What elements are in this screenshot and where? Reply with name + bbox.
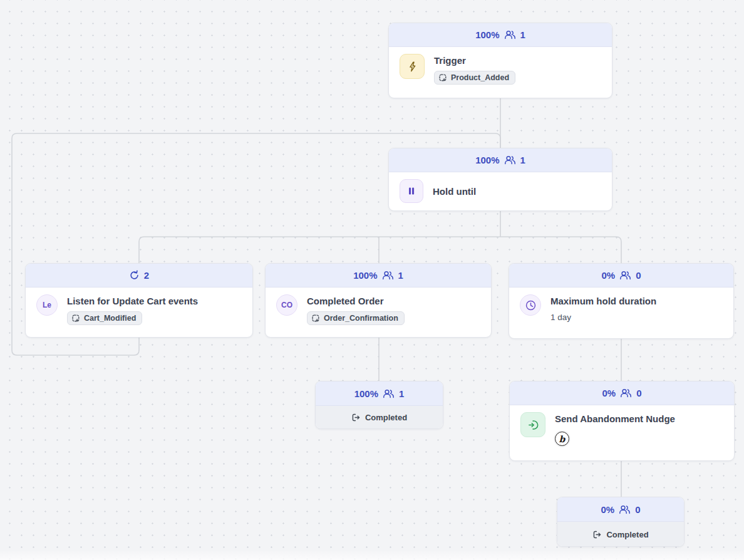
users-icon [504, 155, 516, 165]
exit-icon [592, 530, 602, 539]
stats-percentage: 0% [601, 270, 615, 281]
node-exit-completed-bottom[interactable]: 0% 0 Completed [557, 497, 685, 547]
node-completed-order[interactable]: 100% 1 CO Completed Order Order_Confirma… [265, 263, 492, 338]
node-stats-bar: 0% 0 [557, 497, 684, 522]
event-badge: Cart_Modified [67, 311, 142, 325]
channel-braze-icon: b [555, 432, 569, 446]
node-trigger[interactable]: 100% 1 Trigger Product_Added [388, 23, 612, 98]
stats-percentage: 0% [602, 388, 616, 398]
loop-icon [129, 270, 140, 281]
users-icon [504, 30, 516, 39]
node-send-abandonment-nudge[interactable]: 0% 0 Send Abandonment Nudge b [509, 381, 735, 461]
enter-arrow-icon [520, 412, 545, 437]
loop-count: 2 [144, 270, 149, 281]
flow-canvas[interactable]: 100% 1 Trigger Product_Added 100% 1 [0, 0, 744, 560]
users-icon [619, 271, 631, 280]
node-title: Maximum hold duration [550, 295, 656, 307]
clock-icon [520, 294, 541, 316]
stats-count: 1 [398, 270, 403, 281]
users-icon [620, 388, 632, 398]
stats-percentage: 100% [475, 29, 499, 40]
dashed-frame-icon [439, 74, 447, 82]
stats-count: 1 [520, 155, 525, 165]
users-icon [619, 505, 631, 514]
exit-icon [351, 413, 361, 422]
node-max-hold-duration[interactable]: 0% 0 Maximum hold duration 1 day [509, 263, 734, 339]
node-title: Listen for Update Cart events [67, 295, 198, 307]
stats-count: 1 [520, 29, 525, 40]
stats-count: 0 [636, 270, 641, 281]
channel-letter: b [559, 435, 566, 443]
avatar-initials: Le [36, 294, 58, 316]
node-title: Send Abandonment Nudge [555, 413, 675, 425]
dashed-frame-icon [312, 314, 320, 323]
stats-count: 0 [635, 504, 640, 515]
avatar-text: Le [43, 301, 51, 309]
node-stats-bar: 0% 0 [510, 381, 734, 405]
stats-percentage: 100% [353, 270, 377, 281]
node-stats-bar: 100% 1 [389, 23, 612, 47]
node-listen-cart-events[interactable]: 2 Le Listen for Update Cart events Cart_… [25, 263, 253, 338]
badge-label: Cart_Modified [84, 314, 136, 323]
event-badge: Product_Added [434, 71, 515, 85]
node-stats-bar: 100% 1 [316, 381, 443, 406]
badge-label: Product_Added [451, 73, 509, 82]
node-stats-bar: 100% 1 [389, 148, 612, 172]
duration-value: 1 day [550, 313, 656, 322]
pause-icon [400, 179, 423, 203]
stats-count: 1 [399, 388, 404, 399]
exit-label: Completed [365, 413, 407, 422]
stats-percentage: 100% [475, 155, 499, 165]
avatar-text: CO [281, 301, 292, 309]
lightning-icon [400, 54, 425, 79]
users-icon [383, 389, 395, 398]
event-badge: Order_Confirmation [307, 311, 405, 325]
stats-percentage: 100% [354, 388, 378, 399]
avatar-initials: CO [276, 294, 297, 316]
node-title: Trigger [434, 54, 515, 66]
users-icon [382, 271, 394, 280]
dashed-frame-icon [72, 314, 80, 323]
node-title: Hold until [433, 185, 476, 197]
connector-branch-rail [139, 237, 621, 263]
node-stats-bar: 0% 0 [509, 264, 733, 288]
canvas-bottom-fade [0, 550, 744, 560]
stats-count: 0 [636, 388, 641, 398]
node-title: Completed Order [307, 295, 405, 307]
node-stats-bar: 2 [26, 264, 252, 288]
node-stats-bar: 100% 1 [266, 264, 491, 288]
stats-percentage: 0% [601, 504, 614, 515]
node-exit-completed-mid[interactable]: 100% 1 Completed [315, 381, 443, 429]
badge-label: Order_Confirmation [324, 314, 398, 323]
exit-label: Completed [606, 530, 648, 539]
node-hold-until[interactable]: 100% 1 Hold until [388, 148, 612, 211]
